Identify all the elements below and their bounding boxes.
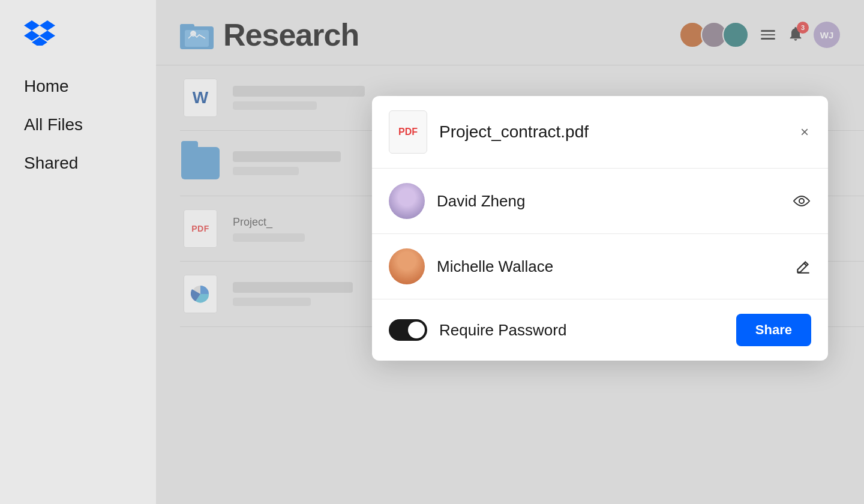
close-button[interactable]: ×: [798, 121, 811, 143]
main-content: Research 3 WJ: [156, 0, 864, 504]
avatar-michelle: [389, 248, 425, 284]
avatar-david: [389, 183, 425, 219]
eye-icon: [792, 194, 811, 208]
edit-permission-icon[interactable]: [796, 258, 811, 275]
share-row-michelle: Michelle Wallace: [372, 234, 828, 299]
sidebar-item-all-files[interactable]: All Files: [24, 113, 156, 137]
password-share-row: Require Password Share: [372, 299, 828, 361]
share-row-david: David Zheng: [372, 169, 828, 234]
share-modal: PDF Project_contract.pdf × David Zheng: [372, 96, 828, 361]
require-password-toggle[interactable]: [389, 319, 427, 341]
modal-overlay: PDF Project_contract.pdf × David Zheng: [156, 0, 864, 504]
person-name-david: David Zheng: [437, 192, 780, 211]
modal-file-icon: PDF: [389, 110, 427, 154]
modal-filename: Project_contract.pdf: [439, 122, 786, 142]
edit-icon: [796, 258, 811, 275]
toggle-thumb: [408, 322, 425, 338]
svg-point-5: [799, 199, 804, 203]
view-permission-icon[interactable]: [792, 194, 811, 208]
dropbox-logo: [24, 19, 156, 46]
sidebar: Home All Files Shared: [0, 0, 156, 504]
sidebar-item-shared[interactable]: Shared: [24, 151, 156, 175]
person-name-michelle: Michelle Wallace: [437, 257, 784, 276]
require-password-label: Require Password: [439, 321, 724, 340]
modal-header: PDF Project_contract.pdf ×: [372, 96, 828, 169]
sidebar-item-home[interactable]: Home: [24, 74, 156, 98]
share-button[interactable]: Share: [736, 314, 811, 346]
